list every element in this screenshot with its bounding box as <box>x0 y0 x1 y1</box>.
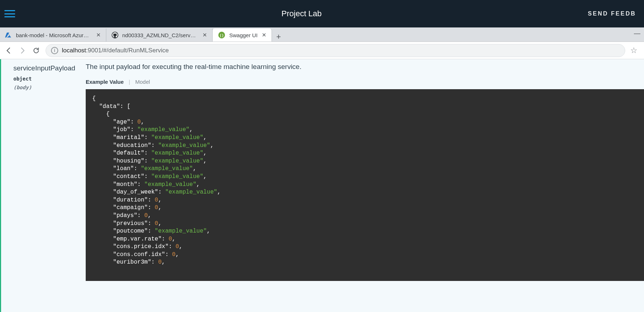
close-icon[interactable]: ✕ <box>95 32 102 38</box>
app-topbar: Project Lab SEND FEEDB <box>0 0 644 27</box>
param-type: object <box>13 76 86 82</box>
tab-title: nd00333_AZMLND_C2/serve.py a <box>122 32 198 38</box>
param-body: The input payload for executing the real… <box>86 62 644 281</box>
swagger-icon: { } <box>218 31 226 39</box>
github-icon <box>111 31 119 39</box>
tab-title: bank-model - Microsoft Azure M <box>16 32 92 38</box>
window-controls: — <box>634 30 640 37</box>
svg-text:{ }: { } <box>220 34 223 37</box>
close-icon[interactable]: ✕ <box>261 32 267 38</box>
menu-button[interactable] <box>4 9 15 18</box>
close-icon[interactable]: ✕ <box>202 32 208 38</box>
swagger-page: serviceInputPayload object (body) The in… <box>0 59 644 312</box>
browser-tabstrip: bank-model - Microsoft Azure M ✕ nd00333… <box>0 27 644 42</box>
param-description: The input payload for executing the real… <box>86 63 644 71</box>
url-text: localhost:9001/#/default/RunMLService <box>62 47 169 54</box>
param-meta: serviceInputPayload object (body) <box>13 62 86 90</box>
azure-icon <box>5 31 12 39</box>
param-row: serviceInputPayload object (body) The in… <box>13 62 644 281</box>
tab-model[interactable]: Model <box>135 79 150 85</box>
new-tab-button[interactable]: + <box>272 32 285 42</box>
example-model-switch: Example Value | Model <box>86 79 644 85</box>
reload-button[interactable] <box>32 46 40 55</box>
tab-title: Swagger UI <box>229 32 257 38</box>
param-name: serviceInputPayload <box>13 64 86 72</box>
forward-button[interactable] <box>18 46 27 55</box>
minimize-button[interactable]: — <box>634 30 640 37</box>
send-feedback-button[interactable]: SEND FEEDB <box>588 10 636 17</box>
browser-addressbar: i localhost:9001/#/default/RunMLService … <box>0 42 644 59</box>
tab-example-value[interactable]: Example Value <box>86 79 124 85</box>
app-title: Project Lab <box>281 9 321 18</box>
browser-tab-azure[interactable]: bank-model - Microsoft Azure M ✕ <box>0 29 106 42</box>
site-info-icon[interactable]: i <box>51 47 58 54</box>
browser-tab-swagger[interactable]: { } Swagger UI ✕ <box>213 29 272 42</box>
bookmark-button[interactable]: ☆ <box>630 46 640 55</box>
example-value-block[interactable]: { "data": [ { "age": 0, "job": "example_… <box>86 89 644 281</box>
param-in: (body) <box>13 84 86 90</box>
address-field[interactable]: i localhost:9001/#/default/RunMLService <box>46 44 625 57</box>
back-button[interactable] <box>4 46 13 55</box>
browser-tab-github[interactable]: nd00333_AZMLND_C2/serve.py a ✕ <box>106 29 213 42</box>
